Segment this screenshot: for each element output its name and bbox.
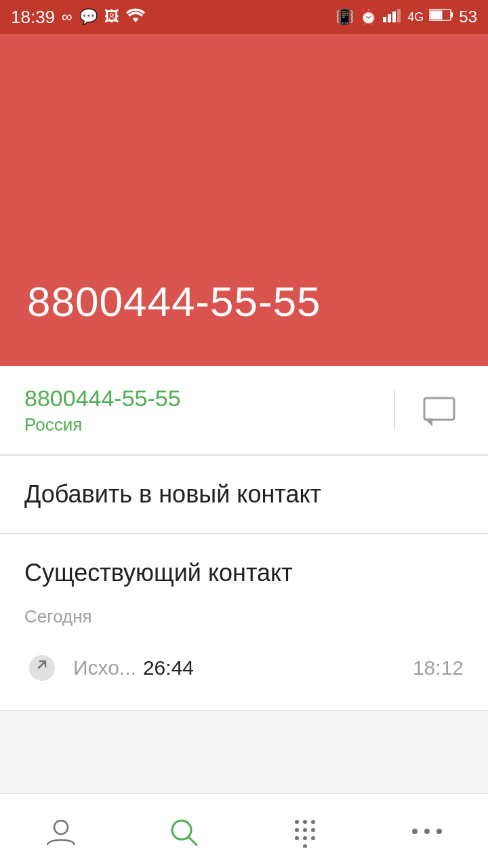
svg-rect-6 <box>430 11 443 20</box>
add-contact-label: Добавить в новый контакт <box>24 480 321 508</box>
phone-number-small: 8800444-55-55 <box>24 385 373 412</box>
svg-point-22 <box>412 829 418 834</box>
status-left: 18:39 ∞ 💬 🖼 <box>11 7 145 28</box>
add-contact-row[interactable]: Добавить в новый контакт <box>0 456 488 534</box>
contact-phone-large: 8800444-55-55 <box>27 277 461 326</box>
svg-rect-1 <box>388 14 391 22</box>
battery-icon <box>429 8 453 26</box>
status-time: 18:39 <box>11 7 55 28</box>
nav-more[interactable] <box>397 821 457 842</box>
more-icon <box>411 827 443 835</box>
message-status-icon: 💬 <box>79 8 98 26</box>
existing-contact-section: Существующий контакт Сегодня Исхо... 26:… <box>0 534 488 711</box>
alarm-icon: ⏰ <box>359 8 378 26</box>
message-button[interactable] <box>415 386 464 435</box>
svg-point-19 <box>303 836 307 840</box>
svg-point-15 <box>295 828 299 832</box>
wifi-icon <box>126 7 145 26</box>
image-status-icon: 🖼 <box>104 8 119 26</box>
svg-point-21 <box>303 844 307 848</box>
outgoing-call-icon-wrap <box>24 650 60 686</box>
svg-point-8 <box>29 655 55 681</box>
svg-rect-0 <box>383 17 386 22</box>
status-right: 📳 ⏰ 4G 53 <box>336 7 477 26</box>
svg-rect-3 <box>397 9 401 22</box>
message-icon <box>422 393 457 428</box>
existing-contact-title: Существующий контакт <box>24 559 464 587</box>
call-row[interactable]: Исхо... 26:44 18:12 <box>24 639 464 696</box>
battery-level: 53 <box>459 7 477 26</box>
svg-point-17 <box>311 828 315 832</box>
nav-dialpad[interactable] <box>275 808 335 854</box>
signal-icon <box>383 7 402 26</box>
svg-rect-7 <box>424 398 454 420</box>
svg-rect-5 <box>451 12 453 18</box>
nav-search[interactable] <box>153 808 213 854</box>
content-wrapper: 8800444-55-55 8800444-55-55 Россия Добав… <box>0 34 488 868</box>
svg-point-9 <box>54 821 68 834</box>
phone-row-divider <box>394 390 394 431</box>
infinity-icon: ∞ <box>62 8 73 26</box>
phone-country: Россия <box>24 414 373 435</box>
svg-point-16 <box>303 828 307 832</box>
outgoing-call-icon <box>28 654 56 682</box>
svg-point-23 <box>424 829 430 834</box>
nav-contacts[interactable] <box>31 808 91 854</box>
contact-header: 8800444-55-55 <box>0 34 488 366</box>
phone-info: 8800444-55-55 Россия <box>24 385 373 435</box>
section-date: Сегодня <box>24 606 464 627</box>
svg-point-24 <box>436 829 442 834</box>
call-details: Исхо... 26:44 18:12 <box>73 656 464 679</box>
call-duration: 26:44 <box>143 656 194 679</box>
svg-point-14 <box>311 820 315 824</box>
4g-icon: 4G <box>407 10 424 24</box>
call-time: 18:12 <box>413 656 464 679</box>
bottom-nav <box>0 793 488 868</box>
svg-point-18 <box>295 836 299 840</box>
svg-point-12 <box>295 820 299 824</box>
svg-rect-2 <box>392 12 396 22</box>
phone-row[interactable]: 8800444-55-55 Россия <box>0 366 488 455</box>
call-type: Исхо... <box>73 656 136 679</box>
svg-point-13 <box>303 820 307 824</box>
svg-point-20 <box>311 836 315 840</box>
status-bar: 18:39 ∞ 💬 🖼 📳 ⏰ 4G <box>0 0 488 34</box>
search-icon <box>167 815 199 848</box>
svg-line-11 <box>188 837 197 845</box>
contacts-icon <box>45 815 77 848</box>
vibrate-icon: 📳 <box>336 8 354 26</box>
dialpad-icon <box>289 815 321 848</box>
